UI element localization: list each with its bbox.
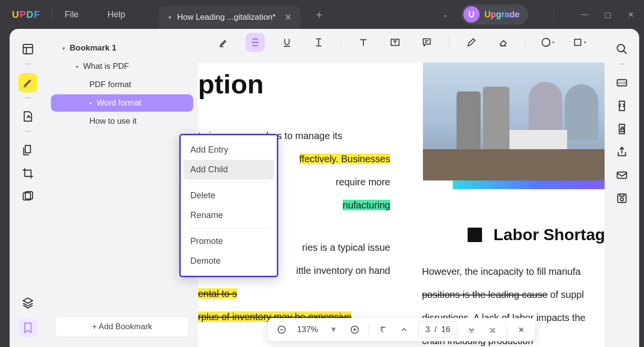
shape-button[interactable]: ▾ (570, 33, 589, 52)
page-indicator[interactable]: 3 / 16 (418, 321, 458, 338)
divider (52, 9, 52, 20)
upgrade-avatar: U (463, 6, 480, 23)
svg-point-8 (617, 44, 624, 51)
svg-rect-5 (575, 39, 581, 46)
ctx-rename[interactable]: Rename (184, 206, 274, 225)
compare-tool[interactable] (18, 187, 37, 206)
menu-file[interactable]: File (64, 10, 78, 20)
search-button[interactable] (612, 39, 632, 59)
minimize-button[interactable]: — (580, 10, 589, 19)
zoom-level: 137% (296, 325, 320, 334)
menu-help[interactable]: Help (107, 10, 125, 20)
ocr-button[interactable]: OCR (612, 73, 632, 92)
decorative-stripe (453, 180, 605, 189)
maximize-button[interactable]: ▢ (603, 10, 612, 19)
bookmarks-tool[interactable] (18, 318, 37, 337)
toolbar-separator (525, 36, 526, 49)
document-tab[interactable]: ▼ How Leading ...gitalization* ✕ (159, 6, 300, 29)
app-logo: UPDF (12, 9, 40, 20)
document-image (423, 63, 605, 180)
upgrade-label: Upgrade (484, 10, 520, 20)
prev-page-button[interactable] (397, 322, 411, 337)
email-button[interactable] (612, 166, 632, 185)
separator (369, 324, 369, 335)
rail-separator (25, 97, 31, 98)
pencil-button[interactable] (462, 33, 481, 52)
toolbar-separator (449, 36, 449, 49)
ctx-add-entry[interactable]: Add Entry (184, 140, 274, 160)
add-bookmark-button[interactable]: + Add Bookmark (55, 316, 189, 337)
note-button[interactable] (417, 33, 436, 52)
underline-button[interactable] (277, 33, 297, 52)
titlebar: UPDF File Help ▼ How Leading ...gitaliza… (0, 0, 644, 29)
right-rail: OCR (605, 29, 639, 347)
tab-dropdown-icon[interactable]: ▼ (168, 15, 173, 20)
page-heading: ption (198, 68, 264, 100)
separator (507, 324, 507, 335)
last-page-button[interactable] (485, 322, 500, 337)
text-button[interactable] (354, 33, 373, 52)
chevron-down-icon: ▾ (62, 46, 65, 51)
svg-point-14 (620, 198, 624, 201)
menu-separator (188, 182, 269, 183)
convert-button[interactable] (612, 96, 632, 116)
page-nav-bar: 137% ▼ 3 / 16 ✕ (268, 318, 535, 341)
rail-separator (619, 64, 625, 64)
next-page-button[interactable] (464, 322, 479, 337)
annotation-toolbar: ▾ ▾ (198, 29, 605, 56)
bookmark-item[interactable]: ▾What is PDF (51, 58, 193, 75)
chevron-down-icon: ▾ (89, 101, 92, 106)
svg-text:OCR: OCR (618, 81, 626, 85)
upgrade-button[interactable]: U Upgrade (461, 4, 528, 25)
crop-tool[interactable] (18, 164, 37, 183)
tab-close-icon[interactable]: ✕ (285, 12, 292, 23)
highlight-button[interactable] (214, 33, 233, 52)
textbox-button[interactable] (385, 33, 405, 52)
edit-tool[interactable] (18, 107, 37, 126)
highlight-tool[interactable] (18, 73, 37, 92)
bookmark-item[interactable]: PDF format (51, 76, 193, 93)
zoom-out-button[interactable] (274, 322, 289, 337)
eraser-button[interactable] (494, 33, 513, 52)
layers-tool[interactable] (18, 293, 37, 312)
close-button[interactable]: ✕ (626, 10, 635, 19)
strikethrough-button[interactable] (246, 33, 265, 52)
tab-title: How Leading ...gitalization* (177, 13, 275, 22)
section-heading: Labor Shortage (468, 225, 605, 244)
svg-rect-12 (617, 172, 627, 179)
rail-separator (25, 131, 31, 132)
ctx-demote[interactable]: Demote (184, 251, 274, 271)
close-bar-button[interactable]: ✕ (514, 322, 528, 337)
bookmarks-panel: ▾Bookmark 1 ▾What is PDF PDF format ▾Wor… (46, 29, 198, 347)
zoom-dropdown[interactable]: ▼ (326, 322, 341, 337)
squiggly-button[interactable] (309, 33, 328, 52)
menu-separator (188, 228, 269, 229)
rail-separator (25, 64, 31, 64)
protect-button[interactable] (612, 119, 632, 139)
pages-tool[interactable] (18, 141, 37, 160)
left-rail (10, 29, 46, 347)
ctx-promote[interactable]: Promote (184, 231, 274, 251)
svg-rect-11 (621, 129, 624, 131)
bookmark-item-selected[interactable]: ▾Word format (51, 94, 193, 112)
ctx-delete[interactable]: Delete (184, 186, 274, 206)
chevron-down-icon[interactable]: ⌄ (442, 11, 448, 18)
toolbar-separator (341, 36, 341, 49)
save-button[interactable] (612, 189, 632, 208)
zoom-in-button[interactable] (347, 322, 362, 337)
bookmark-context-menu: Add Entry Add Child Delete Rename Promot… (179, 134, 278, 277)
add-tab-button[interactable]: ＋ (314, 7, 324, 22)
share-button[interactable] (612, 142, 632, 162)
bullet-square-icon (468, 228, 482, 242)
bookmark-root[interactable]: ▾Bookmark 1 (51, 39, 193, 57)
first-page-button[interactable] (376, 322, 390, 337)
stamp-button[interactable]: ▾ (538, 33, 557, 52)
svg-rect-0 (23, 44, 33, 54)
ctx-add-child[interactable]: Add Child (184, 160, 274, 180)
workspace: ▾Bookmark 1 ▾What is PDF PDF format ▾Wor… (10, 29, 639, 347)
chevron-down-icon: ▾ (76, 64, 78, 69)
bookmark-item[interactable]: How to use it (51, 113, 193, 130)
thumbnails-tool[interactable] (18, 39, 37, 59)
divider (554, 9, 554, 20)
